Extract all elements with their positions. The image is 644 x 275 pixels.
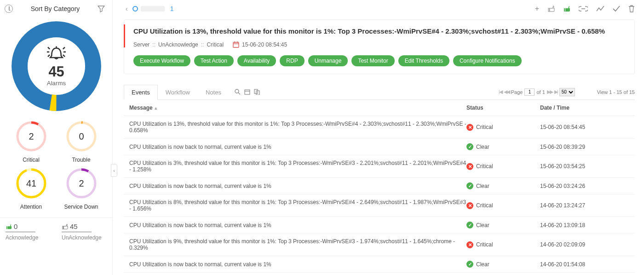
cell-date: 14-06-20 02:09:09 [540, 241, 632, 248]
search-icon[interactable] [235, 89, 241, 95]
back-icon[interactable]: ‹ [124, 5, 130, 12]
ack-count: 0 [14, 222, 17, 230]
table-row[interactable]: CPU Utilization is 6%, threshold value f… [124, 273, 635, 275]
page-next-icon[interactable]: ▶▶ [547, 89, 552, 95]
tab-events[interactable]: Events [124, 85, 158, 100]
pill-execute-workflow[interactable]: Execute Workflow [133, 55, 190, 66]
thumb-up-filled-icon[interactable] [563, 5, 570, 12]
mini-chart-trouble[interactable]: 0 Trouble [58, 119, 104, 163]
sidebar-collapse-handle[interactable]: ‹ [111, 164, 117, 177]
page-input[interactable] [524, 88, 535, 96]
breadcrumb-number[interactable]: 1 [170, 5, 174, 12]
trend-icon[interactable] [596, 6, 604, 12]
sidebar: Sort By Category 45 Alarms 2 Critical [0, 0, 113, 275]
breadcrumb: ‹ 1 [124, 5, 173, 12]
mini-chart-service-down[interactable]: 2 Service Down [58, 166, 104, 210]
page-view-text: View 1 - 15 of 15 [597, 89, 635, 95]
svg-text:2: 2 [29, 131, 34, 141]
ack-summary-row: 0 Acknowledge 45 UnAcknowledge [0, 217, 112, 245]
cell-date: 14-06-20 01:54:08 [540, 261, 632, 268]
breadcrumb-placeholder [141, 6, 165, 12]
pager: |◀ ◀◀ Page of 1 ▶▶ ▶| 50 View 1 - 15 of … [499, 88, 635, 96]
events-table-header: Message▲ Status Date / Time [124, 100, 635, 116]
page-of: of 1 [536, 89, 545, 95]
export-icon[interactable] [254, 89, 260, 95]
page-size-select[interactable]: 50 [559, 88, 575, 96]
sidebar-header: Sort By Category [0, 0, 112, 17]
clear-icon: ✓ [466, 261, 473, 268]
cell-message: CPU Utilization is now back to normal, c… [126, 183, 466, 189]
cell-date: 15-06-20 08:39:29 [540, 144, 632, 150]
pill-edit-thresholds[interactable]: Edit Thresholds [398, 55, 449, 66]
tab-notes[interactable]: Notes [198, 85, 229, 100]
cell-status: ✕ Critical [466, 124, 540, 131]
clock-icon [5, 5, 13, 13]
pill-rdp[interactable]: RDP [280, 55, 304, 66]
page-prev-icon[interactable]: ◀◀ [504, 89, 509, 95]
svg-line-7 [63, 55, 64, 57]
thumb-up-icon [6, 223, 12, 230]
table-row[interactable]: CPU Utilization is now back to normal, c… [124, 139, 635, 155]
check-icon[interactable] [613, 6, 620, 12]
table-row[interactable]: CPU Utilization is now back to normal, c… [124, 256, 635, 273]
page-last-icon[interactable]: ▶| [554, 89, 558, 95]
mini-chart-critical[interactable]: 2 Critical [8, 119, 54, 163]
svg-point-24 [235, 89, 239, 93]
table-row[interactable]: CPU Utilization is 3%, threshold value f… [124, 155, 635, 178]
calendar-icon [233, 41, 239, 48]
svg-text:41: 41 [26, 178, 36, 188]
critical-icon: ✕ [466, 124, 473, 131]
topbar: ‹ 1 + [124, 0, 635, 17]
svg-text:2: 2 [79, 178, 84, 188]
link-icon[interactable] [579, 6, 588, 12]
col-status[interactable]: Status [466, 105, 540, 111]
main-panel: ‹ 1 + CPU Utilization is 13%, threshold … [113, 0, 644, 275]
filter-icon[interactable] [98, 5, 105, 12]
table-row[interactable]: CPU Utilization is now back to normal, c… [124, 217, 635, 234]
thumb-up-outline-icon[interactable] [547, 5, 555, 12]
cell-status: ✓ Clear [466, 222, 540, 228]
table-row[interactable]: CPU Utilization is now back to normal, c… [124, 178, 635, 194]
alarms-label: Alarms [46, 80, 66, 87]
status-circle-icon [132, 6, 138, 12]
col-date[interactable]: Date / Time [540, 105, 632, 111]
svg-rect-26 [245, 90, 250, 94]
unacknowledge-cell[interactable]: 45 UnAcknowledge [56, 218, 112, 245]
table-row[interactable]: CPU Utilization is 13%, threshold value … [124, 116, 635, 139]
col-message[interactable]: Message▲ [126, 105, 466, 111]
cell-message: CPU Utilization is 9%, threshold value f… [126, 238, 466, 251]
cell-message: CPU Utilization is now back to normal, c… [126, 222, 466, 228]
cell-message: CPU Utilization is now back to normal, c… [126, 261, 466, 268]
pill-test-action[interactable]: Test Action [194, 55, 234, 66]
tab-workflow[interactable]: Workflow [158, 85, 198, 100]
ack-bar [6, 231, 35, 233]
svg-line-4 [48, 55, 50, 57]
pill-availability[interactable]: Availability [237, 55, 276, 66]
acknowledge-cell[interactable]: 0 Acknowledge [0, 218, 56, 245]
ack-label: Acknowledge [6, 234, 51, 241]
table-row[interactable]: CPU Utilization is 8%, threshold value f… [124, 194, 635, 217]
cell-date: 15-06-20 03:24:26 [540, 183, 632, 189]
critical-icon: ✕ [466, 241, 473, 248]
plus-icon[interactable]: + [535, 5, 539, 13]
alarms-donut-chart: 45 Alarms [9, 19, 104, 113]
thumb-up-outline-icon [62, 223, 68, 230]
cell-status: ✓ Clear [466, 182, 540, 189]
mini-chart-attention[interactable]: 41 Attention [8, 166, 54, 210]
table-row[interactable]: CPU Utilization is 9%, threshold value f… [124, 234, 635, 256]
pill-test-monitor[interactable]: Test Monitor [351, 55, 394, 66]
pill-configure-notifications[interactable]: Configure Notifications [453, 55, 522, 66]
clear-icon: ✓ [466, 143, 473, 150]
tabs-row: EventsWorkflowNotes |◀ ◀◀ Page of 1 ▶▶ ▶… [124, 84, 635, 100]
pill-unmanage[interactable]: Unmanage [308, 55, 348, 66]
meta-severity: Critical [207, 41, 224, 48]
tabs: EventsWorkflowNotes [124, 84, 229, 99]
calendar-small-icon[interactable] [244, 89, 250, 95]
cell-date: 15-06-20 08:54:45 [540, 124, 632, 130]
svg-text:0: 0 [79, 131, 84, 141]
cell-message: CPU Utilization is 8%, threshold value f… [126, 199, 466, 212]
trash-icon[interactable] [628, 5, 635, 12]
cell-message: CPU Utilization is now back to normal, c… [126, 144, 466, 150]
cell-date: 14-06-20 13:09:18 [540, 222, 632, 228]
page-first-icon[interactable]: |◀ [499, 89, 502, 95]
